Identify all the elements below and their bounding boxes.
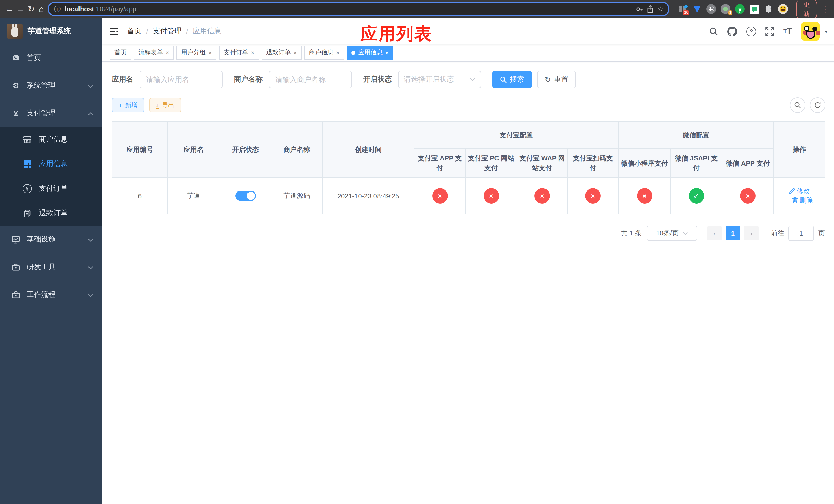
- cell-merchant-name: 芋道源码: [271, 178, 322, 214]
- chevron-down-icon: [470, 78, 476, 81]
- user-avatar[interactable]: [801, 22, 820, 41]
- github-icon[interactable]: [728, 26, 737, 36]
- table-tools: [790, 97, 825, 113]
- ext-grid-diamond-icon[interactable]: ◆ 10: [678, 4, 687, 14]
- download-icon: ↓: [156, 102, 159, 109]
- tab-process-form[interactable]: 流程表单×: [134, 45, 174, 60]
- tab-close-icon[interactable]: ×: [251, 49, 255, 56]
- col-header-wx-app: 微信 APP 支付: [722, 148, 774, 178]
- app-viewport: ← → ↻ ⌂ ⓘ localhost:1024/pay/app ☆ ◆ 10 …: [0, 0, 834, 504]
- share-icon[interactable]: [646, 5, 653, 13]
- app-name-input[interactable]: [139, 71, 223, 88]
- sidebar-item-payment[interactable]: ¥ 支付管理: [0, 99, 102, 127]
- ext-gem-icon[interactable]: [692, 4, 702, 14]
- reset-button[interactable]: ↻ 重置: [537, 71, 576, 88]
- site-info-icon[interactable]: ⓘ: [54, 4, 61, 14]
- search-icon: [500, 76, 507, 83]
- merchant-name-input[interactable]: [269, 71, 352, 88]
- edit-link[interactable]: 修改: [789, 187, 810, 196]
- alipay-wap-status[interactable]: ×: [534, 188, 550, 204]
- font-size-icon[interactable]: TT: [784, 27, 792, 36]
- extensions-puzzle-icon[interactable]: [764, 4, 774, 14]
- tab-app-info[interactable]: 应用信息×: [347, 45, 393, 60]
- search-button-label: 搜索: [510, 75, 524, 84]
- bookmark-star-icon[interactable]: ☆: [657, 5, 663, 13]
- status-toggle[interactable]: [235, 191, 256, 201]
- ext-chat-icon[interactable]: [750, 4, 760, 14]
- ext-recorder-icon[interactable]: 1: [721, 4, 731, 14]
- ext-badge: 10: [683, 10, 689, 15]
- sidebar-item-infrastructure[interactable]: 基础设施: [0, 226, 102, 253]
- sidebar-item-home[interactable]: 首页: [0, 44, 102, 72]
- browser-home-icon[interactable]: ⌂: [38, 5, 45, 13]
- table-toolbar: + 新增 ↓ 导出: [112, 97, 825, 113]
- sidebar-item-label: 系统管理: [27, 81, 56, 90]
- tab-close-icon[interactable]: ×: [385, 49, 389, 56]
- delete-link[interactable]: 删除: [792, 196, 813, 205]
- col-header-ops: 操作: [774, 121, 825, 178]
- tab-close-icon[interactable]: ×: [208, 49, 212, 56]
- status-select[interactable]: 请选择开启状态: [398, 71, 481, 88]
- breadcrumb-payment[interactable]: 支付管理: [153, 27, 181, 36]
- active-tab-dot: [351, 50, 355, 54]
- breadcrumb-home[interactable]: 首页: [127, 27, 141, 36]
- prev-page-button[interactable]: ‹: [707, 226, 722, 240]
- tab-close-icon[interactable]: ×: [293, 49, 297, 56]
- sidebar-logo[interactable]: 芋道管理系统: [0, 19, 102, 44]
- avatar-caret-icon[interactable]: ▾: [825, 28, 827, 34]
- help-icon[interactable]: ?: [747, 26, 756, 36]
- tab-pay-orders[interactable]: 支付订单×: [219, 45, 259, 60]
- tab-close-icon[interactable]: ×: [166, 49, 169, 56]
- browser-reload-icon[interactable]: ↻: [28, 5, 35, 13]
- show-search-button[interactable]: [790, 97, 805, 113]
- url-text[interactable]: localhost:1024/pay/app: [65, 5, 631, 13]
- tab-close-icon[interactable]: ×: [336, 49, 339, 56]
- alipay-app-status[interactable]: ×: [432, 188, 447, 204]
- sidebar-item-workflow[interactable]: 工作流程: [0, 281, 102, 308]
- browser-update-button[interactable]: 更新: [796, 0, 817, 20]
- tab-merchant-info[interactable]: 商户信息×: [304, 45, 344, 60]
- tab-user-group[interactable]: 用户分组×: [176, 45, 216, 60]
- col-header-alipay-app: 支付宝 APP 支付: [414, 148, 465, 178]
- chevron-up-icon: [88, 109, 93, 117]
- wx-jsapi-status[interactable]: ✓: [688, 188, 704, 204]
- page-1-button[interactable]: 1: [726, 226, 740, 240]
- sidebar-item-pay-orders[interactable]: ¥ 支付订单: [0, 176, 102, 201]
- wx-app-status[interactable]: ×: [740, 188, 755, 204]
- browser-forward-icon[interactable]: →: [16, 5, 25, 13]
- toolbox-icon: [11, 264, 21, 271]
- chevron-down-icon: [88, 263, 93, 271]
- page-overlay-title: 应用列表: [360, 23, 432, 46]
- wx-mini-status[interactable]: ×: [637, 188, 652, 204]
- goto-page-input[interactable]: [788, 226, 814, 241]
- sidebar-item-dev-tools[interactable]: 研发工具: [0, 253, 102, 281]
- export-button[interactable]: ↓ 导出: [149, 98, 181, 112]
- page-size-select[interactable]: 10条/页: [647, 226, 697, 241]
- tab-home[interactable]: 首页: [110, 45, 131, 60]
- fullscreen-icon[interactable]: [766, 27, 774, 36]
- alipay-pc-status[interactable]: ×: [483, 188, 499, 204]
- tab-refund-orders[interactable]: 退款订单×: [262, 45, 302, 60]
- refresh-button[interactable]: [810, 97, 825, 113]
- alipay-qr-status[interactable]: ×: [585, 188, 601, 204]
- add-button[interactable]: + 新增: [112, 98, 144, 112]
- next-page-button[interactable]: ›: [744, 226, 759, 240]
- password-key-icon[interactable]: [635, 5, 642, 13]
- browser-menu-icon[interactable]: ⋮: [821, 4, 829, 14]
- ext-command-icon[interactable]: ⌘: [706, 4, 716, 14]
- sidebar-item-system[interactable]: ⚙ 系统管理: [0, 72, 102, 99]
- sidebar-item-merchant-info[interactable]: 商户信息: [0, 127, 102, 152]
- search-icon[interactable]: [710, 27, 718, 36]
- address-bar[interactable]: ⓘ localhost:1024/pay/app ☆: [48, 2, 670, 17]
- navbar-tools: ? TT ▾: [710, 22, 827, 41]
- search-button[interactable]: 搜索: [492, 71, 532, 88]
- edit-link-label: 修改: [796, 187, 810, 196]
- profile-avatar-icon[interactable]: [778, 4, 788, 14]
- browser-back-icon[interactable]: ←: [5, 5, 13, 13]
- status-select-placeholder: 请选择开启状态: [404, 75, 454, 84]
- sidebar-item-refund-orders[interactable]: 退款订单: [0, 201, 102, 226]
- sidebar-collapse-icon[interactable]: [110, 27, 119, 36]
- sidebar-item-app-info[interactable]: 应用信息: [0, 152, 102, 176]
- sidebar-item-label: 支付订单: [39, 184, 68, 193]
- ext-green-y-icon[interactable]: y: [735, 4, 745, 14]
